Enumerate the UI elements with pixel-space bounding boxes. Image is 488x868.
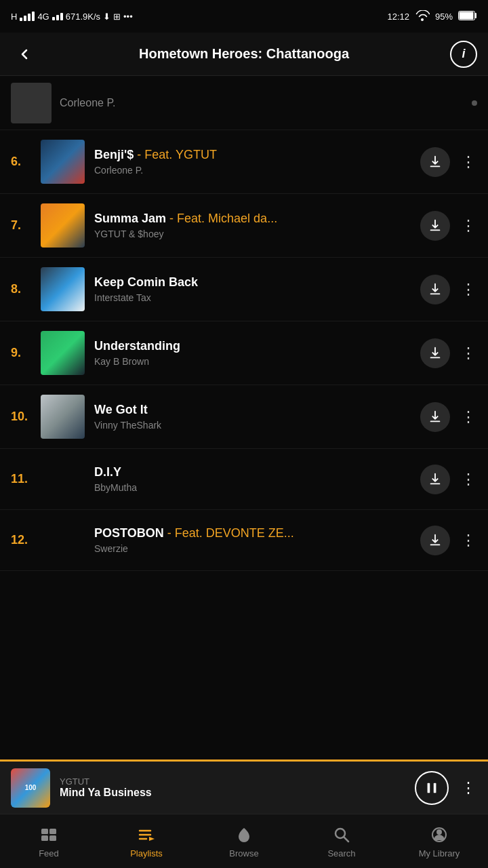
track-number: 11. — [11, 472, 41, 486]
track-title: Keep Comin Back — [94, 275, 420, 290]
track-actions: ⋮ — [420, 402, 477, 432]
download-button[interactable] — [420, 465, 450, 494]
track-artist: YGTUT & $hoey — [94, 229, 420, 239]
status-right: 12:12 95% — [387, 10, 477, 23]
page-title: Hometown Heroes: Chattanooga — [38, 46, 450, 62]
status-bar: H 4G 671.9K/s ⬇ ⊞ ••• 12:12 95% — [0, 0, 488, 33]
download-button[interactable] — [420, 338, 450, 368]
list-item: 8. Keep Comin Back Interstate Tax ⋮ — [0, 258, 488, 321]
more-options-button[interactable]: ⋮ — [458, 526, 477, 555]
track-title: Summa Jam - Feat. Michael da... — [94, 212, 420, 226]
track-feat: - Feat. Michael da... — [166, 212, 277, 225]
track-feat: - Feat. YGTUT — [134, 148, 217, 161]
list-item: 12. POSTOBON - Feat. DEVONTE ZE... Swerz… — [0, 510, 488, 571]
partial-dot — [472, 100, 477, 106]
track-number: 9. — [11, 346, 41, 360]
search-icon — [331, 825, 352, 845]
track-info: Understanding Kay B Brown — [94, 339, 420, 367]
track-info: Summa Jam - Feat. Michael da... YGTUT & … — [94, 212, 420, 239]
feed-icon — [39, 825, 59, 845]
carrier-label: H — [11, 12, 17, 22]
track-info: POSTOBON - Feat. DEVONTE ZE... Swerzie — [94, 526, 420, 554]
signal-bars-2 — [52, 13, 63, 20]
download-button[interactable] — [420, 275, 450, 304]
track-artist: Corleone P. — [94, 165, 420, 176]
info-button[interactable]: i — [450, 41, 477, 68]
battery-label: 95% — [435, 12, 453, 22]
track-artist: Swerzie — [94, 543, 420, 554]
track-feat: - Feat. DEVONTE ZE... — [164, 526, 294, 540]
list-item: 6. Benji'$ - Feat. YGTUT Corleone P. ⋮ — [0, 130, 488, 194]
nav-item-playlists[interactable]: Playlists — [106, 825, 187, 859]
info-icon: i — [462, 47, 465, 61]
now-playing-thumbnail: 100 — [11, 768, 50, 808]
track-title: D.I.Y — [94, 465, 420, 479]
track-artist: BbyMutha — [94, 482, 420, 493]
now-playing-title: Mind Ya Business — [60, 787, 405, 799]
svg-rect-4 — [41, 829, 48, 834]
bottom-navigation: Feed Playlists Browse S — [0, 814, 488, 868]
nav-label-playlists: Playlists — [130, 848, 163, 859]
list-item: 9. Understanding Kay B Brown ⋮ — [0, 321, 488, 385]
track-thumbnail — [41, 140, 85, 184]
battery-icon — [458, 11, 477, 22]
svg-rect-7 — [49, 835, 56, 841]
track-title: POSTOBON - Feat. DEVONTE ZE... — [94, 526, 420, 540]
status-left: H 4G 671.9K/s ⬇ ⊞ ••• — [11, 12, 133, 22]
svg-rect-6 — [41, 835, 48, 841]
list-item: 7. Summa Jam - Feat. Michael da... YGTUT… — [0, 194, 488, 258]
track-list: Corleone P. 6. Benji'$ - Feat. YGTUT Cor… — [0, 76, 488, 576]
track-title: Benji'$ - Feat. YGTUT — [94, 148, 420, 162]
download-button[interactable] — [420, 211, 450, 241]
now-playing-info: YGTUT Mind Ya Business — [60, 776, 405, 799]
track-title: Understanding — [94, 339, 420, 353]
more-options-button[interactable]: ⋮ — [458, 465, 477, 494]
track-artist: Kay B Brown — [94, 356, 420, 367]
track-actions: ⋮ — [420, 338, 477, 368]
track-number: 12. — [11, 533, 41, 547]
download-button[interactable] — [420, 147, 450, 177]
network-type: 4G — [37, 12, 49, 22]
list-item: 10. We Got It Vinny TheShark ⋮ — [0, 385, 488, 449]
pause-button[interactable] — [415, 771, 449, 805]
track-thumbnail — [41, 203, 85, 248]
dots-icon: ••• — [123, 12, 133, 22]
track-thumbnail — [41, 267, 85, 311]
track-info: Benji'$ - Feat. YGTUT Corleone P. — [94, 148, 420, 176]
speed-label: 671.9K/s — [66, 12, 100, 22]
back-button[interactable] — [11, 41, 38, 68]
svg-rect-2 — [428, 783, 430, 793]
now-playing-more-button[interactable]: ⋮ — [458, 773, 477, 803]
track-artist: Vinny TheShark — [94, 420, 420, 431]
partial-track-thumb — [11, 83, 52, 123]
track-thumbnail — [41, 331, 85, 375]
nav-item-feed[interactable]: Feed — [8, 825, 89, 859]
track-number: 8. — [11, 282, 41, 296]
svg-rect-1 — [460, 12, 474, 19]
nav-label-feed: Feed — [39, 848, 59, 859]
nav-label-library: My Library — [419, 848, 460, 859]
track-number: 7. — [11, 218, 41, 233]
nav-label-search: Search — [327, 848, 355, 859]
track-actions: ⋮ — [420, 147, 477, 177]
now-playing-bar: 100 YGTUT Mind Ya Business ⋮ — [0, 760, 488, 814]
download-button[interactable] — [420, 526, 450, 555]
library-icon — [429, 825, 449, 845]
nav-item-search[interactable]: Search — [301, 825, 382, 859]
download-button[interactable] — [420, 402, 450, 432]
nav-item-browse[interactable]: Browse — [203, 825, 285, 859]
svg-rect-3 — [434, 783, 436, 793]
track-actions: ⋮ — [420, 211, 477, 241]
more-options-button[interactable]: ⋮ — [458, 147, 477, 177]
more-options-button[interactable]: ⋮ — [458, 211, 477, 241]
more-options-button[interactable]: ⋮ — [458, 402, 477, 432]
more-options-button[interactable]: ⋮ — [458, 275, 477, 304]
partial-track-item: Corleone P. — [0, 76, 488, 130]
track-info: We Got It Vinny TheShark — [94, 403, 420, 431]
track-number: 10. — [11, 410, 41, 424]
svg-point-15 — [436, 829, 442, 835]
nav-item-library[interactable]: My Library — [399, 825, 480, 859]
more-options-button[interactable]: ⋮ — [458, 338, 477, 368]
track-thumbnail — [41, 395, 85, 439]
track-info: D.I.Y BbyMutha — [94, 465, 420, 493]
